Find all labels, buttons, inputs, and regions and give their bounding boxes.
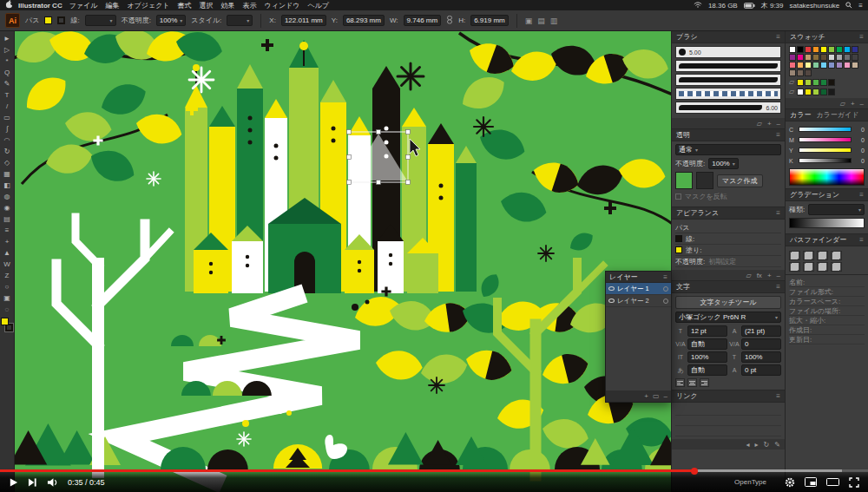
menu-item-6[interactable]: 表示 bbox=[243, 1, 257, 10]
make-mask-button[interactable]: マスク作成 bbox=[717, 174, 763, 187]
arrange-icon[interactable]: ▥ bbox=[550, 16, 558, 25]
tool-line-segment[interactable]: / bbox=[1, 101, 14, 112]
y-field[interactable]: 68.293 mm bbox=[343, 15, 385, 26]
opentype-panel-tab[interactable]: OpenType bbox=[734, 478, 766, 486]
tool-magic-wand[interactable]: * bbox=[1, 56, 14, 67]
appearance-row-1[interactable]: 線: bbox=[675, 233, 781, 245]
swatch[interactable] bbox=[797, 46, 804, 53]
swatch[interactable] bbox=[789, 46, 796, 53]
panel-menu-icon[interactable]: ≡ bbox=[776, 33, 780, 41]
swatch[interactable] bbox=[820, 89, 827, 95]
fill-color-chip[interactable] bbox=[44, 16, 52, 24]
tool-direct-selection[interactable]: ▷ bbox=[1, 44, 14, 56]
swatch[interactable] bbox=[797, 79, 804, 86]
swatch[interactable] bbox=[844, 62, 851, 69]
layer-visibility-icon[interactable] bbox=[608, 298, 615, 303]
trim-button[interactable] bbox=[803, 262, 814, 272]
appearance-row-3[interactable]: 不透明度:初期設定 bbox=[675, 256, 781, 267]
new-brush-icon[interactable]: + bbox=[767, 120, 772, 128]
swatch[interactable] bbox=[852, 54, 858, 61]
swatch[interactable] bbox=[789, 62, 796, 69]
tool-zoom[interactable]: ◌ bbox=[1, 304, 14, 315]
fill-well[interactable] bbox=[1, 318, 9, 325]
stroke-color-chip[interactable] bbox=[57, 16, 65, 24]
divide-button[interactable] bbox=[789, 262, 800, 272]
slider-track[interactable] bbox=[799, 148, 852, 153]
intersect-button[interactable] bbox=[817, 251, 828, 260]
gradient-slider[interactable] bbox=[789, 218, 865, 228]
video-miniplayer-button[interactable] bbox=[805, 477, 817, 487]
tool-width[interactable]: ▦ bbox=[1, 168, 14, 180]
memory-status[interactable]: 18.36 GB bbox=[708, 2, 738, 10]
swatch[interactable] bbox=[789, 69, 796, 76]
merge-button[interactable] bbox=[817, 262, 828, 272]
tool-blend[interactable]: ▲ bbox=[1, 247, 14, 259]
swatch[interactable] bbox=[852, 62, 858, 69]
align-right-button[interactable] bbox=[700, 378, 709, 387]
swatch[interactable] bbox=[797, 54, 804, 61]
invert-mask-checkbox[interactable] bbox=[675, 194, 681, 200]
swatch[interactable] bbox=[828, 89, 835, 95]
exclude-button[interactable] bbox=[831, 251, 842, 260]
video-fullscreen-button[interactable] bbox=[849, 477, 859, 488]
slider-track[interactable] bbox=[799, 137, 852, 142]
tool-scale[interactable]: ◇ bbox=[1, 157, 14, 168]
blend-mode-select[interactable]: 通常▾ bbox=[675, 144, 781, 155]
char-field-value[interactable]: 100% bbox=[741, 351, 781, 363]
edit-original-icon[interactable]: ✎ bbox=[774, 441, 780, 449]
char-field-value[interactable]: 100% bbox=[687, 351, 727, 363]
brush-item-1[interactable] bbox=[675, 60, 781, 72]
new-sublayer-button[interactable]: ▭ bbox=[653, 392, 660, 400]
swatch[interactable] bbox=[820, 62, 827, 69]
appearance-row-2[interactable]: 塗り: bbox=[675, 245, 781, 256]
opacity-field[interactable]: 100%▾ bbox=[156, 15, 186, 26]
swatch[interactable] bbox=[812, 79, 819, 86]
swatch[interactable] bbox=[805, 69, 812, 76]
layer-row-2[interactable]: レイヤー 2 bbox=[606, 295, 671, 307]
tool-hand[interactable]: ▣ bbox=[1, 292, 14, 304]
char-field-value[interactable]: (21 pt) bbox=[741, 325, 781, 337]
relink-icon[interactable]: ◂ bbox=[746, 441, 750, 449]
swatch[interactable] bbox=[805, 79, 812, 86]
swatch[interactable] bbox=[828, 54, 835, 61]
tool-artboard[interactable]: ○ bbox=[1, 281, 14, 292]
color-slider-C[interactable]: C0 bbox=[789, 124, 865, 134]
slider-track[interactable] bbox=[799, 127, 852, 132]
swatch[interactable] bbox=[828, 79, 835, 86]
battery-icon[interactable] bbox=[744, 3, 755, 9]
tool-rectangle[interactable]: ▭ bbox=[1, 112, 14, 123]
brush-item-0[interactable]: 5.00 bbox=[675, 46, 781, 58]
swatch[interactable] bbox=[805, 62, 812, 69]
layer-visibility-icon[interactable] bbox=[608, 286, 615, 291]
wifi-icon[interactable] bbox=[694, 2, 702, 9]
align-icon[interactable]: ▤ bbox=[537, 16, 545, 25]
video-theater-button[interactable] bbox=[826, 477, 839, 487]
swatch[interactable] bbox=[805, 54, 812, 61]
menu-item-2[interactable]: オブジェクト bbox=[127, 1, 169, 10]
spotlight-icon[interactable] bbox=[845, 2, 852, 9]
char-field-value[interactable]: 12 pt bbox=[687, 325, 727, 337]
swatch[interactable] bbox=[836, 46, 843, 53]
tool-perspective-grid[interactable]: ◉ bbox=[1, 202, 14, 213]
swatch[interactable] bbox=[797, 89, 804, 95]
layers-panel-tab[interactable]: レイヤー bbox=[609, 272, 638, 282]
tool-lasso[interactable]: Q bbox=[1, 67, 14, 78]
align-left-button[interactable] bbox=[675, 378, 685, 387]
tool-free-transform[interactable]: ◧ bbox=[1, 180, 14, 191]
clock[interactable]: 木 9:39 bbox=[761, 1, 784, 10]
color-spectrum[interactable] bbox=[789, 168, 865, 186]
swatch[interactable] bbox=[836, 54, 843, 61]
layer-row-1[interactable]: レイヤー 1 bbox=[606, 283, 671, 295]
layer-target-icon[interactable] bbox=[663, 286, 668, 292]
swatch[interactable] bbox=[820, 79, 827, 86]
apple-menu[interactable] bbox=[5, 0, 13, 10]
swatch[interactable] bbox=[797, 69, 804, 76]
h-field[interactable]: 6.919 mm bbox=[470, 15, 509, 26]
char-field-value[interactable]: 自動 bbox=[687, 364, 727, 376]
video-play-button[interactable] bbox=[9, 477, 18, 488]
crop-button[interactable] bbox=[831, 262, 842, 272]
swatch[interactable] bbox=[828, 46, 835, 53]
swatch[interactable] bbox=[852, 46, 858, 53]
menu-item-0[interactable]: ファイル bbox=[69, 1, 98, 10]
color-guide-tab[interactable]: カラーガイド bbox=[816, 110, 858, 120]
